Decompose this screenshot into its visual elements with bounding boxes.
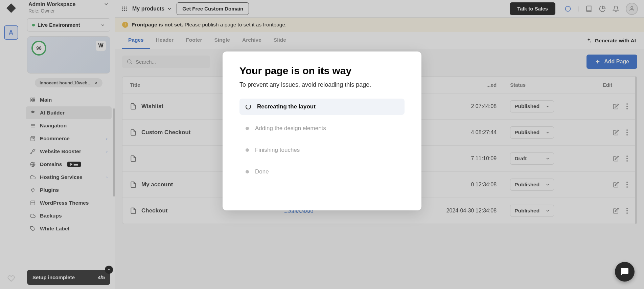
chat-icon [620, 267, 629, 276]
modal-subtitle: To prevent any issues, avoid reloading t… [239, 81, 405, 88]
bullet-icon [246, 170, 249, 173]
progress-modal: Your page is on its way To prevent any i… [223, 51, 421, 210]
chat-fab[interactable] [615, 262, 635, 282]
step-done: Done [239, 164, 405, 180]
step-label: Adding the design elements [255, 125, 326, 132]
step-recreating-layout: Recreating the layout [239, 99, 405, 115]
step-label: Recreating the layout [257, 103, 316, 110]
step-label: Finishing touches [255, 147, 300, 153]
modal-overlay: Your page is on its way To prevent any i… [0, 0, 644, 289]
bullet-icon [246, 148, 249, 152]
spinner-icon [246, 104, 251, 109]
step-label: Done [255, 168, 269, 175]
modal-title: Your page is on its way [239, 65, 405, 77]
step-design-elements: Adding the design elements [239, 120, 405, 137]
bullet-icon [246, 127, 249, 130]
step-finishing: Finishing touches [239, 142, 405, 158]
